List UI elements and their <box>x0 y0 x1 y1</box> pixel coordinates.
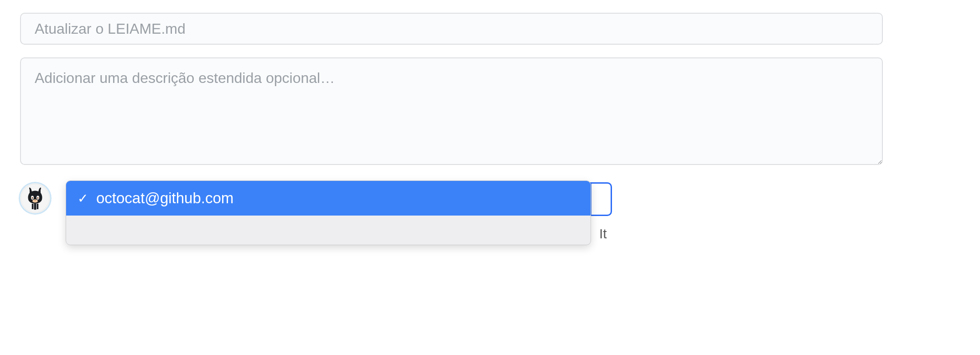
commit-summary-input[interactable] <box>20 13 883 45</box>
author-row: It ✓ octocat@github.com <box>20 180 883 245</box>
author-option-label: octocat@github.com <box>96 190 233 207</box>
obscured-text: It <box>599 226 607 242</box>
svg-point-3 <box>32 197 33 199</box>
octocat-icon <box>21 185 49 212</box>
author-dropdown-container: It ✓ octocat@github.com <box>66 180 591 245</box>
commit-form: It ✓ octocat@github.com <box>20 13 883 245</box>
author-dropdown-popover: ✓ octocat@github.com <box>66 180 591 245</box>
svg-rect-7 <box>32 204 34 209</box>
author-dropdown-option[interactable]: ✓ octocat@github.com <box>66 181 591 216</box>
avatar <box>20 183 50 213</box>
svg-point-4 <box>37 197 39 199</box>
svg-rect-9 <box>34 204 36 210</box>
spacer <box>591 180 845 181</box>
svg-rect-8 <box>37 204 39 209</box>
svg-point-5 <box>32 199 38 202</box>
author-select-edge[interactable] <box>590 182 612 216</box>
commit-description-textarea[interactable] <box>20 57 883 165</box>
checkmark-icon: ✓ <box>77 191 88 206</box>
svg-point-6 <box>35 200 36 201</box>
